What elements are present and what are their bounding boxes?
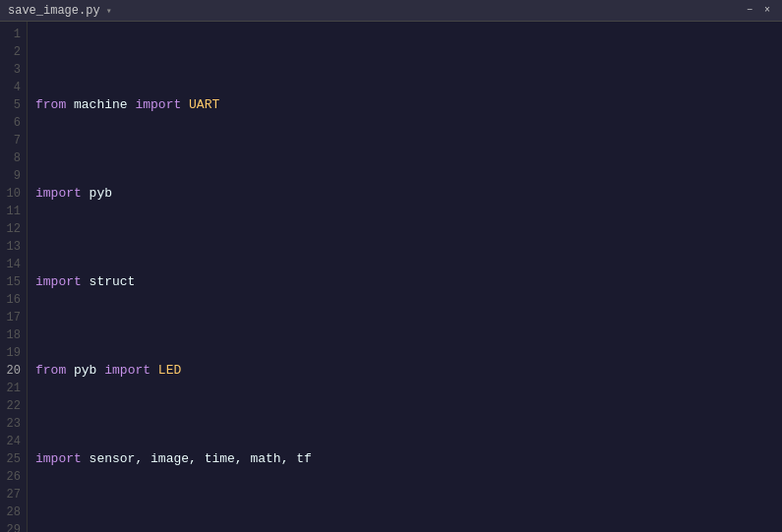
title-bar-controls: − × (743, 4, 774, 18)
code-container: 1 2 3 4 5 6 7 8 9 10 11 12 13 14 15 16 1… (0, 22, 782, 532)
line-numbers: 1 2 3 4 5 6 7 8 9 10 11 12 13 14 15 16 1… (0, 22, 28, 532)
close-button[interactable]: × (760, 4, 774, 18)
title-bar: save_image.py ▾ − × (0, 0, 782, 22)
code-line-5: import sensor, image, time, math, tf (35, 450, 774, 468)
minimize-button[interactable]: − (743, 4, 756, 18)
filename-label: save_image.py (8, 4, 100, 18)
code-line-2: import pyb (35, 185, 774, 203)
title-bar-title: save_image.py ▾ (8, 4, 112, 18)
code-area: from machine import UART import pyb impo… (28, 22, 782, 532)
code-line-3: import struct (35, 273, 774, 291)
dropdown-arrow[interactable]: ▾ (106, 5, 112, 17)
code-line-1: from machine import UART (35, 96, 774, 114)
code-line-4: from pyb import LED (35, 362, 774, 380)
